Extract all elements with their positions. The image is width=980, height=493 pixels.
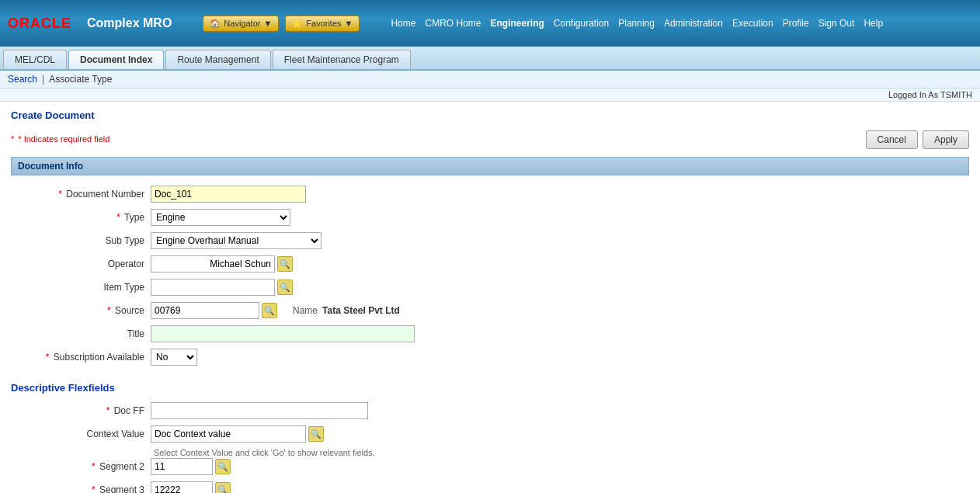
segment3-input[interactable] bbox=[151, 481, 213, 493]
top-nav-links: Home CMRO Home Engineering Configuration… bbox=[391, 18, 883, 29]
type-select[interactable]: Engine Manual Technical bbox=[151, 209, 290, 226]
context-value-input[interactable] bbox=[151, 425, 306, 443]
tab-document-index[interactable]: Document Index bbox=[68, 50, 164, 69]
item-type-search-icon[interactable]: 🔍 bbox=[277, 279, 293, 295]
item-type-input[interactable] bbox=[151, 279, 275, 296]
breadcrumb-separator: | bbox=[42, 74, 44, 85]
page-title: Create Document bbox=[11, 109, 95, 121]
oracle-logo: ORACLE bbox=[8, 16, 71, 32]
segment3-row: * Segment 3 🔍 bbox=[11, 481, 969, 493]
favorites-button[interactable]: ⭐ Favorites ▼ bbox=[285, 16, 360, 32]
segment2-search-icon[interactable]: 🔍 bbox=[215, 459, 231, 474]
title-input[interactable] bbox=[151, 325, 415, 342]
nav-planning[interactable]: Planning bbox=[618, 18, 655, 29]
document-info-form: * Document Number Doc_101 * Type Engine … bbox=[11, 182, 969, 374]
nav-cmro-home[interactable]: CMRO Home bbox=[425, 18, 481, 29]
operator-row: Operator 🔍 bbox=[11, 255, 969, 273]
descriptive-flexfields-form: * Doc FF Context Value 🔍 Select Context … bbox=[11, 398, 969, 493]
nav-administration[interactable]: Administration bbox=[664, 18, 723, 29]
operator-search-icon[interactable]: 🔍 bbox=[277, 256, 293, 272]
type-row: * Type Engine Manual Technical bbox=[11, 208, 969, 227]
home-icon: 🏠 bbox=[210, 19, 221, 29]
source-row: * Source 🔍 Name Tata Steel Pvt Ltd bbox=[11, 301, 969, 320]
nav-configuration[interactable]: Configuration bbox=[554, 18, 609, 29]
sub-type-row: Sub Type Engine Overhaul Manual Other bbox=[11, 231, 969, 250]
title-row: Title bbox=[11, 325, 969, 343]
source-name-value: Tata Steel Pvt Ltd bbox=[322, 305, 400, 316]
nav-engineering[interactable]: Engineering bbox=[490, 18, 544, 29]
nav-profile[interactable]: Profile bbox=[783, 18, 809, 29]
sub-type-label: Sub Type bbox=[11, 235, 151, 246]
document-info-section-header: Document Info bbox=[11, 157, 969, 175]
source-label: * Source bbox=[11, 305, 151, 316]
segment2-row: * Segment 2 🔍 bbox=[11, 457, 969, 476]
item-type-row: Item Type 🔍 bbox=[11, 278, 969, 297]
nav-help[interactable]: Help bbox=[864, 18, 883, 29]
page-header-row: Create Document bbox=[11, 109, 969, 127]
context-value-label: Context Value bbox=[11, 429, 151, 439]
segment2-label: * Segment 2 bbox=[11, 461, 151, 472]
subscription-row: * Subscription Available No Yes bbox=[11, 348, 969, 366]
tab-bar: MEL/CDL Document Index Route Management … bbox=[0, 47, 980, 71]
source-input[interactable] bbox=[151, 302, 259, 319]
document-number-label: * Document Number bbox=[11, 189, 151, 200]
source-search-icon[interactable]: 🔍 bbox=[262, 303, 277, 318]
operator-input[interactable] bbox=[151, 255, 275, 273]
app-title: Complex MRO bbox=[87, 16, 172, 30]
doc-ff-row: * Doc FF bbox=[11, 401, 969, 420]
top-header: ORACLE Complex MRO 🏠 Navigator ▼ ⭐ Favor… bbox=[0, 0, 980, 47]
required-star: * bbox=[11, 134, 14, 144]
document-number-input[interactable]: Doc_101 bbox=[151, 186, 306, 203]
breadcrumb: Search | Associate Type bbox=[0, 71, 980, 89]
segment2-input[interactable] bbox=[151, 458, 213, 475]
segment3-search-icon[interactable]: 🔍 bbox=[215, 482, 231, 493]
nav-buttons: 🏠 Navigator ▼ ⭐ Favorites ▼ bbox=[203, 16, 360, 32]
apply-button-top[interactable]: Apply bbox=[923, 130, 969, 149]
type-label: * Type bbox=[11, 212, 151, 223]
nav-signout[interactable]: Sign Out bbox=[818, 18, 855, 29]
logged-in-user: TSMITH bbox=[940, 90, 972, 99]
star-icon: ⭐ bbox=[292, 19, 303, 29]
breadcrumb-associate-type: Associate Type bbox=[49, 74, 112, 85]
segment3-label: * Segment 3 bbox=[11, 484, 151, 493]
context-value-search-icon[interactable]: 🔍 bbox=[308, 426, 324, 442]
top-action-bar: Cancel Apply bbox=[866, 130, 969, 149]
title-label: Title bbox=[11, 328, 151, 339]
required-note: * * Indicates required field bbox=[11, 134, 109, 144]
breadcrumb-search[interactable]: Search bbox=[8, 74, 37, 85]
source-name-label: Name bbox=[293, 305, 318, 316]
chevron-down-icon: ▼ bbox=[345, 19, 353, 28]
context-value-hint: Select Context Value and click 'Go' to s… bbox=[154, 448, 969, 457]
tab-fleet-maintenance[interactable]: Fleet Maintenance Program bbox=[273, 50, 411, 69]
subscription-select[interactable]: No Yes bbox=[151, 349, 197, 366]
chevron-down-icon: ▼ bbox=[263, 19, 272, 28]
sub-type-select[interactable]: Engine Overhaul Manual Other bbox=[151, 232, 321, 249]
descriptive-flexfields-title: Descriptive Flexfields bbox=[11, 382, 969, 394]
tab-mel-cdl[interactable]: MEL/CDL bbox=[3, 50, 67, 69]
logged-in-label: Logged In As bbox=[888, 90, 938, 99]
document-number-row: * Document Number Doc_101 bbox=[11, 185, 969, 203]
doc-ff-label: * Doc FF bbox=[11, 405, 151, 416]
main-content: Create Document * * Indicates required f… bbox=[0, 102, 980, 493]
subscription-label: * Subscription Available bbox=[11, 352, 151, 363]
nav-home[interactable]: Home bbox=[391, 18, 415, 29]
navigator-button[interactable]: 🏠 Navigator ▼ bbox=[203, 16, 279, 32]
nav-execution[interactable]: Execution bbox=[732, 18, 773, 29]
logged-in-bar: Logged In As TSMITH bbox=[0, 89, 980, 102]
doc-ff-input[interactable] bbox=[151, 402, 368, 419]
tab-route-management[interactable]: Route Management bbox=[165, 50, 270, 69]
operator-label: Operator bbox=[11, 259, 151, 269]
cancel-button-top[interactable]: Cancel bbox=[866, 130, 918, 149]
item-type-label: Item Type bbox=[11, 282, 151, 293]
context-value-row: Context Value 🔍 bbox=[11, 425, 969, 443]
